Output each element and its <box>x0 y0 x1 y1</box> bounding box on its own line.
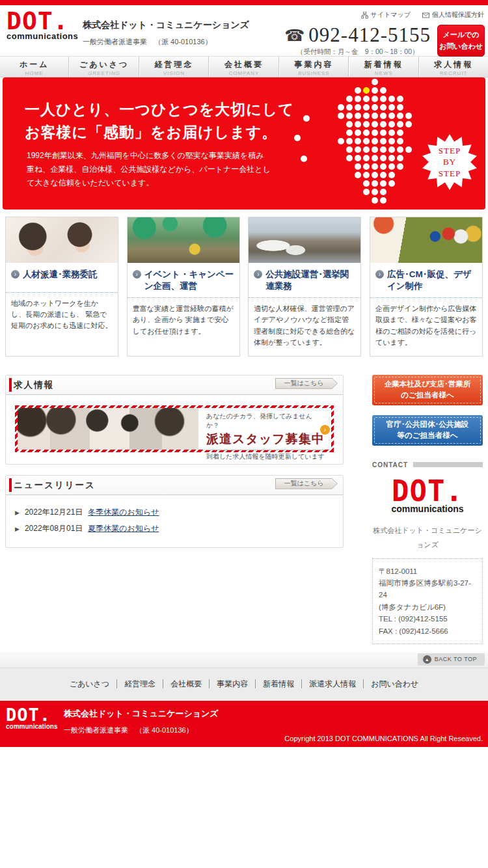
nav-item-company[interactable]: 会社概要 COMPANY <box>209 57 278 77</box>
hero-title-line2: お客様に「感動」をお届けします。 <box>25 121 294 144</box>
footer-license: 一般労働者派遣事業 （派 40-010136） <box>64 726 219 735</box>
footer-link-news[interactable]: 新着情報 <box>256 679 302 688</box>
badge-line2: BY <box>443 156 456 168</box>
service-card-staffing: › 人材派遣･業務委託 地域のネットワークを生かし、長期の派遣にも、 緊急で短期… <box>5 217 118 357</box>
news-link[interactable]: 夏季休業のお知らせ <box>88 523 159 534</box>
hero-body-text: 1992年創業以来、九州福岡を中心に数多くの堅実な事業実績を積み重ね、企業様、自… <box>27 149 271 190</box>
recruit-list-button-label: 一覧はこちら <box>276 379 337 388</box>
company-name: 株式会社ドット・コミュニケーションズ <box>83 20 249 31</box>
triangle-marker-icon: ▶ <box>15 509 20 516</box>
recruit-section-title: 求人情報 <box>14 380 54 390</box>
news-section: ニュースリリース 一覧はこちら ▶ 2022年12月21日 冬季休業のお知らせ … <box>5 475 344 548</box>
privacy-label: 個人情報保護方針 <box>432 10 484 20</box>
mail-button-line2: お問い合わせ <box>439 41 483 53</box>
mail-button-line1: メールでの <box>442 29 479 41</box>
contact-address-box: 〒812-0011 福岡市博多区博多駅前3-27-24 (博多タナカビル6F) … <box>372 558 483 644</box>
footer-link-contact[interactable]: お問い合わせ <box>364 679 426 688</box>
hero-title: 一人ひとり、一つひとつを大切にして お客様に「感動」をお届けします。 <box>25 98 294 143</box>
service-title[interactable]: 広告･CM･販促、デザイン制作 <box>387 269 477 292</box>
arrow-right-icon: › <box>320 425 330 435</box>
badge-line1: STEP <box>439 145 461 157</box>
tel-number: TEL : (092)412-5155 <box>379 613 476 625</box>
recruit-banner[interactable]: あなたのチカラ、発揮してみませんか？ 派遣スタッフ募集中 到着した求人情報を随時… <box>15 405 334 452</box>
nav-item-business[interactable]: 事業内容 BUSINESS <box>279 57 349 77</box>
footer-company-name: 株式会社ドット・コミュニケーションズ <box>64 708 219 720</box>
recruit-list-button[interactable]: 一覧はこちら <box>275 378 338 389</box>
logo-sub-text: communications <box>6 723 57 730</box>
service-title[interactable]: イベント・キャンペーン企画、運営 <box>144 269 234 292</box>
news-section-header: ニュースリリース 一覧はこちら <box>6 476 343 495</box>
header-company-block: 株式会社ドット・コミュニケーションズ 一般労働者派遣事業 （派 40-01013… <box>83 20 249 47</box>
service-photo-public <box>249 217 360 263</box>
nav-item-greeting[interactable]: ごあいさつ GREETING <box>69 57 139 77</box>
hero-title-line1: 一人ひとり、一つひとつを大切にして <box>25 98 294 121</box>
left-column: 求人情報 一覧はこちら あなたのチカラ、発揮してみませんか？ 派遣スタッフ募集中… <box>5 375 344 644</box>
footer-link-business[interactable]: 事業内容 <box>210 679 256 688</box>
logo-dot-text: DOT. <box>7 9 78 33</box>
news-item: ▶ 2022年08月01日 夏季休業のお知らせ <box>15 523 334 534</box>
nav-label: ごあいさつ <box>70 59 138 70</box>
nav-label: 新着情報 <box>349 59 418 70</box>
footer-link-recruit[interactable]: 派遣求人情報 <box>302 679 364 688</box>
news-list: ▶ 2022年12月21日 冬季休業のお知らせ ▶ 2022年08月01日 夏季… <box>6 495 343 547</box>
recruit-banner-photos <box>18 408 198 450</box>
service-card-public: › 公共施設運営･選挙関連業務 適切な人材確保、運営管理のアイデアやノウハウなど… <box>248 217 361 357</box>
contact-label: CONTACT <box>372 461 408 468</box>
sitemap-link[interactable]: サイトマップ <box>361 10 411 20</box>
service-desc: 豊富な実績と運営経験の蓄積があり、企画から 実施まで安心してお任せ頂けます。 <box>128 298 239 344</box>
nav-label: 会社概要 <box>210 59 278 70</box>
sidebar: 企業本社及び支店･営業所 のご担当者様へ 官庁･公共団体･公共施設 等のご担当者… <box>372 375 483 644</box>
service-card-advertising: › 広告･CM･販促、デザイン制作 企画デザイン制作から広告媒体取扱まで、様々な… <box>370 217 483 357</box>
chevron-right-icon: › <box>254 270 262 278</box>
corporate-button-line2: のご担当者様へ <box>401 390 454 401</box>
service-title[interactable]: 人材派遣･業務委託 <box>23 269 98 287</box>
footer-link-greeting[interactable]: ごあいさつ <box>62 679 117 688</box>
address-line1: 福岡市博多区博多駅前3-27-24 <box>379 577 476 601</box>
site-logo[interactable]: DOT. communications <box>7 9 78 41</box>
news-section-title: ニュースリリース <box>14 480 96 490</box>
news-date: 2022年12月21日 <box>25 507 83 518</box>
government-button-line1: 官庁･公共団体･公共施設 <box>386 419 469 430</box>
phone-hours: （受付時間：月～金 9：00～18：00） <box>284 47 431 57</box>
logo-dot-text: DOT. <box>6 707 57 724</box>
news-list-button-label: 一覧はこちら <box>276 479 337 489</box>
nav-label: 経営理念 <box>140 59 208 70</box>
service-title[interactable]: 公共施設運営･選挙関連業務 <box>265 269 355 292</box>
government-contact-button[interactable]: 官庁･公共団体･公共施設 等のご担当者様へ <box>372 415 483 446</box>
footer-link-company[interactable]: 会社概要 <box>163 679 210 688</box>
service-card-event: › イベント・キャンペーン企画、運営 豊富な実績と運営経験の蓄積があり、企画から… <box>127 217 240 357</box>
service-desc: 適切な人材確保、運営管理のアイデアやノウハウなど指定管理者制度に対応できる総合的… <box>249 298 360 355</box>
corporate-contact-button[interactable]: 企業本社及び支店･営業所 のご担当者様へ <box>372 375 483 405</box>
news-list-button[interactable]: 一覧はこちら <box>275 478 338 489</box>
recruit-section: 求人情報 一覧はこちら あなたのチカラ、発揮してみませんか？ 派遣スタッフ募集中… <box>5 375 344 465</box>
banner-sub-copy: 到着した求人情報を随時更新しています <box>206 452 325 461</box>
nav-label: ホーム <box>0 59 68 70</box>
postal-code: 〒812-0011 <box>379 565 476 577</box>
service-desc: 企画デザイン制作から広告媒体取扱まで、様々なご提案やお客様のご相談の対応を活発に… <box>370 298 482 355</box>
privacy-link[interactable]: 個人情報保護方針 <box>422 10 484 20</box>
corporate-button-line1: 企業本社及び支店･営業所 <box>385 379 471 390</box>
contact-logo[interactable]: DOT. communications <box>372 478 483 514</box>
service-cards: › 人材派遣･業務委託 地域のネットワークを生かし、長期の派遣にも、 緊急で短期… <box>0 210 488 366</box>
nav-item-home[interactable]: ホーム HOME <box>0 57 69 77</box>
news-link[interactable]: 冬季休業のお知らせ <box>88 507 159 518</box>
utility-links: サイトマップ 個人情報保護方針 <box>361 10 484 20</box>
nav-item-news[interactable]: 新着情報 NEWS <box>349 57 418 77</box>
nav-label: 事業内容 <box>280 59 348 70</box>
footer-logo[interactable]: DOT. communications <box>6 707 57 730</box>
chevron-right-icon: › <box>133 270 141 278</box>
nav-sublabel: VISION <box>140 70 208 76</box>
phone-block: ☎ 092-412-5155 （受付時間：月～金 9：00～18：00） <box>284 23 431 57</box>
nav-item-recruit[interactable]: 求人情報 RECRUIT <box>419 57 488 77</box>
footer-link-vision[interactable]: 経営理念 <box>117 679 163 688</box>
copyright-text: Copyright 2013 DOT COMMUNICATIONS All Ri… <box>284 735 483 742</box>
phone-icon: ☎ <box>284 27 305 44</box>
back-to-top-button[interactable]: ▲ BACK TO TOP <box>418 653 485 666</box>
arrow-up-icon: ▲ <box>423 655 431 664</box>
logo-sub-text: communications <box>7 31 78 41</box>
address-line2: (博多タナカビル6F) <box>379 601 476 613</box>
banner-catch-copy: あなたのチカラ、発揮してみませんか？ <box>206 412 325 430</box>
nav-sublabel: BUSINESS <box>280 70 348 76</box>
mail-contact-button[interactable]: メールでの お問い合わせ <box>437 25 485 57</box>
nav-item-vision[interactable]: 経営理念 VISION <box>139 57 209 77</box>
